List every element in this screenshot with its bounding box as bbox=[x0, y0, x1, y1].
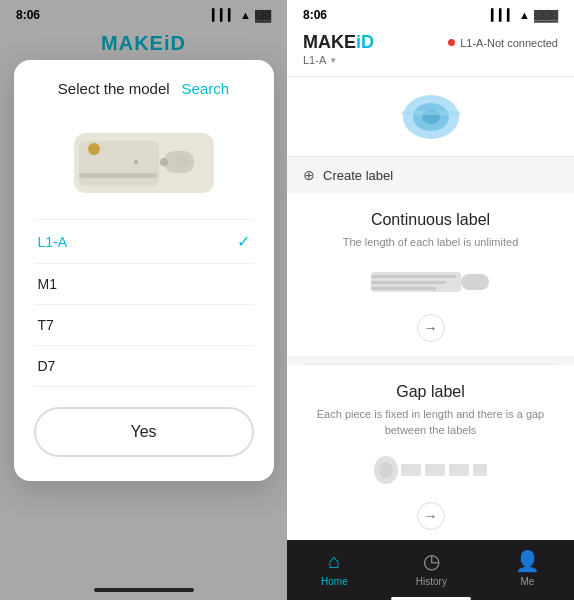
history-icon: ◷ bbox=[423, 549, 440, 573]
model-item-m1[interactable]: M1 bbox=[34, 264, 254, 305]
add-icon: ⊕ bbox=[303, 167, 315, 183]
checkmark-icon: ✓ bbox=[237, 232, 250, 251]
home-icon: ⌂ bbox=[328, 550, 340, 573]
person-icon: 👤 bbox=[515, 549, 540, 573]
model-item-l1a[interactable]: L1-A ✓ bbox=[34, 220, 254, 264]
continuous-label-card[interactable]: Continuous label The length of each labe… bbox=[287, 193, 574, 356]
svg-rect-13 bbox=[461, 274, 489, 290]
create-label-text: Create label bbox=[323, 168, 393, 183]
nav-history[interactable]: ◷ History bbox=[416, 549, 447, 587]
right-panel: 8:06 ▎▎▎ ▲ ▓▓▓ MAKEiD L1-A-Not connected… bbox=[287, 0, 574, 600]
right-logo-suffix: iD bbox=[356, 32, 374, 52]
device-name: L1-A bbox=[303, 54, 326, 66]
continuous-label-title: Continuous label bbox=[371, 211, 490, 229]
continuous-label-img bbox=[371, 264, 491, 300]
modal-title: Select the model bbox=[58, 80, 170, 97]
model-name-m1: M1 bbox=[38, 276, 57, 292]
svg-rect-22 bbox=[473, 464, 487, 476]
nav-home[interactable]: ⌂ Home bbox=[321, 550, 348, 587]
modal-header: Select the model Search bbox=[34, 80, 254, 97]
gap-label-card[interactable]: Gap label Each piece is fixed in length … bbox=[287, 365, 574, 544]
svg-rect-11 bbox=[401, 111, 461, 115]
bottom-nav: ⌂ Home ◷ History 👤 Me bbox=[287, 540, 574, 600]
right-logo-row: MAKEiD L1-A-Not connected bbox=[303, 32, 558, 53]
create-label-section[interactable]: ⊕ Create label bbox=[287, 157, 574, 193]
left-panel: 8:06 ▎▎▎ ▲ ▓▓ MAKEiD Select the model Se… bbox=[0, 0, 287, 600]
continuous-label-arrow[interactable]: → bbox=[417, 314, 445, 342]
nav-me[interactable]: 👤 Me bbox=[515, 549, 540, 587]
right-header: MAKEiD L1-A-Not connected L1-A ▼ bbox=[287, 26, 574, 77]
modal: Select the model Search bbox=[14, 60, 274, 481]
right-logo-prefix: MAKE bbox=[303, 32, 356, 52]
model-item-d7[interactable]: D7 bbox=[34, 346, 254, 387]
gap-label-desc: Each piece is fixed in length and there … bbox=[303, 407, 558, 438]
right-signal-icon: ▎▎▎ bbox=[491, 9, 515, 22]
model-name-d7: D7 bbox=[38, 358, 56, 374]
right-status-icons: ▎▎▎ ▲ ▓▓▓ bbox=[491, 9, 558, 22]
gap-label-title: Gap label bbox=[396, 383, 465, 401]
right-battery-icon: ▓▓▓ bbox=[534, 9, 558, 21]
svg-rect-19 bbox=[401, 464, 421, 476]
svg-rect-20 bbox=[425, 464, 445, 476]
gap-label-arrow[interactable]: → bbox=[417, 502, 445, 530]
printer-illustration bbox=[64, 113, 224, 203]
device-image bbox=[64, 113, 224, 203]
connection-status: L1-A-Not connected bbox=[448, 37, 558, 49]
nav-home-label: Home bbox=[321, 576, 348, 587]
right-scroll-content: ⊕ Create label Continuous label The leng… bbox=[287, 77, 574, 600]
nav-me-label: Me bbox=[521, 576, 535, 587]
svg-point-3 bbox=[160, 158, 168, 166]
modal-search-link[interactable]: Search bbox=[182, 80, 230, 97]
model-list: L1-A ✓ M1 T7 D7 bbox=[34, 219, 254, 387]
chevron-down-icon: ▼ bbox=[329, 56, 337, 65]
gap-label-img bbox=[371, 452, 491, 488]
svg-rect-15 bbox=[371, 281, 446, 284]
svg-rect-5 bbox=[79, 173, 157, 178]
right-wifi-icon: ▲ bbox=[519, 9, 530, 21]
yes-button[interactable]: Yes bbox=[34, 407, 254, 457]
right-logo: MAKEiD bbox=[303, 32, 374, 53]
svg-point-4 bbox=[176, 156, 188, 168]
model-item-t7[interactable]: T7 bbox=[34, 305, 254, 346]
connection-dot bbox=[448, 39, 455, 46]
svg-point-7 bbox=[134, 160, 138, 164]
svg-rect-16 bbox=[371, 287, 436, 290]
model-name-t7: T7 bbox=[38, 317, 54, 333]
roll-image bbox=[391, 87, 471, 147]
continuous-label-desc: The length of each label is unlimited bbox=[343, 235, 519, 250]
svg-point-18 bbox=[379, 462, 393, 478]
modal-overlay: Select the model Search bbox=[0, 0, 287, 600]
roll-preview bbox=[287, 77, 574, 157]
nav-history-label: History bbox=[416, 576, 447, 587]
connection-text: L1-A-Not connected bbox=[460, 37, 558, 49]
right-time: 8:06 bbox=[303, 8, 327, 22]
model-name-l1a: L1-A bbox=[38, 234, 68, 250]
svg-point-6 bbox=[88, 143, 100, 155]
device-sub[interactable]: L1-A ▼ bbox=[303, 54, 558, 66]
svg-rect-21 bbox=[449, 464, 469, 476]
svg-rect-14 bbox=[371, 275, 456, 278]
right-status-bar: 8:06 ▎▎▎ ▲ ▓▓▓ bbox=[287, 0, 574, 26]
